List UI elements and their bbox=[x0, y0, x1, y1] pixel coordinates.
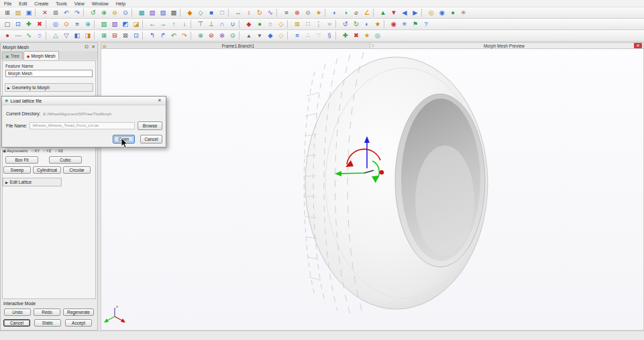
angle-icon[interactable]: ∠ bbox=[362, 8, 372, 17]
toolbar-separator[interactable] bbox=[191, 20, 195, 28]
remove-icon[interactable]: ⊗ bbox=[292, 8, 303, 17]
section-view-icon[interactable]: ◐ bbox=[329, 8, 340, 17]
row-delete-icon[interactable]: ⊟ bbox=[109, 31, 120, 40]
frame-tab[interactable]: ▤ Frame1.Branch1 bbox=[101, 42, 370, 49]
spline-icon[interactable]: ∿ bbox=[23, 31, 34, 40]
pin-icon[interactable]: ◉ bbox=[388, 19, 399, 29]
roll-forward-icon[interactable]: ↷ bbox=[179, 31, 190, 40]
toolbar-separator[interactable] bbox=[191, 32, 195, 40]
menu-item[interactable]: Help bbox=[116, 1, 125, 6]
feature-name-input[interactable]: Morph Mesh bbox=[5, 70, 93, 77]
bottom-view-icon[interactable]: ⊥ bbox=[206, 19, 217, 29]
toolbar-separator[interactable] bbox=[239, 20, 243, 28]
toolbar-separator[interactable] bbox=[239, 32, 243, 40]
new-icon[interactable]: ⊞ bbox=[2, 8, 13, 17]
toolbar-separator[interactable] bbox=[287, 32, 291, 40]
regenerate-icon[interactable]: ↻ bbox=[351, 19, 362, 29]
dialog-cancel-button[interactable]: Cancel bbox=[140, 135, 162, 144]
favorite-icon[interactable]: ★ bbox=[313, 8, 324, 17]
intersect-icon[interactable]: ∩ bbox=[217, 19, 227, 29]
geometry-to-morph-section[interactable]: ▶ Geometry to Morph bbox=[5, 83, 93, 92]
back-icon[interactable]: ◀ bbox=[399, 8, 410, 17]
nudge-down-icon[interactable]: ▾ bbox=[254, 31, 265, 40]
cross-tool-icon[interactable]: ✖ bbox=[351, 31, 362, 40]
browse-button[interactable]: Browse bbox=[138, 121, 162, 130]
lamp-icon[interactable]: ◎ bbox=[426, 8, 437, 17]
anchor-icon[interactable]: ✳ bbox=[399, 19, 410, 29]
render-icon[interactable]: ● bbox=[447, 8, 458, 17]
refresh-icon[interactable]: ↺ bbox=[88, 8, 99, 17]
diameter-icon[interactable]: ⌀ bbox=[351, 8, 362, 17]
cell-icon[interactable]: ⊡ bbox=[131, 31, 142, 40]
union-icon[interactable]: ∪ bbox=[227, 19, 238, 29]
tab-morph-mesh[interactable]: ◆ Morph Mesh bbox=[23, 51, 59, 60]
toolbar-separator[interactable] bbox=[276, 9, 280, 17]
stack-icon[interactable]: ≡ bbox=[292, 31, 303, 40]
static-button[interactable]: Static bbox=[34, 319, 61, 327]
hidden-line-icon[interactable]: ▩ bbox=[168, 8, 179, 17]
file-name-input[interactable]: Wheels_Wheels_Tread_Front_LH.lat bbox=[30, 122, 135, 129]
half-left-icon[interactable]: ◧ bbox=[72, 31, 83, 40]
menu-item[interactable]: File bbox=[4, 1, 11, 6]
settings-icon[interactable]: ✳ bbox=[458, 8, 469, 17]
more-icon[interactable]: ⋮ bbox=[313, 19, 324, 29]
menu-item[interactable]: Window bbox=[92, 1, 109, 6]
prev-icon[interactable]: ← bbox=[147, 19, 158, 29]
plus-tool-icon[interactable]: ✚ bbox=[340, 31, 351, 40]
menu-item[interactable]: View bbox=[74, 1, 85, 6]
section-mark-icon[interactable]: § bbox=[324, 31, 335, 40]
rotate-icon[interactable]: ↻ bbox=[254, 8, 265, 17]
layers-icon[interactable]: ≡ bbox=[72, 19, 83, 29]
lattice-button[interactable]: Circular bbox=[63, 166, 91, 174]
toolbar-separator[interactable] bbox=[384, 20, 388, 28]
half-right-icon[interactable]: ◨ bbox=[83, 31, 93, 40]
stretch-icon[interactable]: ↕ bbox=[244, 8, 254, 17]
nudge-up-icon[interactable]: ▴ bbox=[244, 31, 254, 40]
marker-icon[interactable]: ◇ bbox=[276, 19, 286, 29]
radio-axis-option[interactable]: ○ XZ bbox=[55, 149, 63, 153]
dialog-close-icon[interactable]: ✕ bbox=[156, 98, 163, 103]
select-icon[interactable]: ▢ bbox=[2, 19, 13, 29]
raise-icon[interactable]: ↑ bbox=[168, 19, 179, 29]
wireframe-icon[interactable]: ▨ bbox=[158, 8, 168, 17]
gather-icon[interactable]: ∵ bbox=[313, 31, 324, 40]
radio-axis-option[interactable]: ○ YZ bbox=[43, 149, 51, 153]
toolbar-separator[interactable] bbox=[131, 9, 136, 17]
menu-item[interactable]: Create bbox=[34, 1, 48, 6]
next-icon[interactable]: → bbox=[158, 19, 168, 29]
list-icon[interactable]: ≡ bbox=[281, 8, 292, 17]
surface-icon[interactable]: ◇ bbox=[195, 8, 206, 17]
toolbar-separator[interactable] bbox=[94, 20, 98, 28]
toolbar-separator[interactable] bbox=[142, 32, 146, 40]
triangle-icon[interactable]: △ bbox=[50, 31, 61, 40]
branch-right-icon[interactable]: ↱ bbox=[158, 31, 168, 40]
panel-close-icon[interactable]: ✕ bbox=[91, 44, 95, 50]
inverted-triangle-icon[interactable]: ▽ bbox=[61, 31, 72, 40]
toolbar-separator[interactable] bbox=[287, 20, 291, 28]
snap-icon[interactable]: ⊙ bbox=[61, 19, 72, 29]
menu-item[interactable]: Tools bbox=[56, 1, 66, 6]
merge-icon[interactable]: ⊕ bbox=[83, 19, 93, 29]
branch-left-icon[interactable]: ↰ bbox=[147, 31, 158, 40]
3d-canvas[interactable]: z bbox=[101, 49, 644, 331]
mesh-icon[interactable]: ▦ bbox=[136, 8, 147, 17]
keypoint-icon[interactable]: ◆ bbox=[244, 19, 254, 29]
replay-icon[interactable]: ↺ bbox=[340, 19, 351, 29]
box-select-icon[interactable]: ⊡ bbox=[13, 19, 23, 29]
fill-icon[interactable]: ▧ bbox=[99, 19, 109, 29]
fit-button[interactable]: Cubic bbox=[49, 156, 82, 164]
line-icon[interactable]: — bbox=[13, 31, 23, 40]
zoom-fit-icon[interactable]: ⊙ bbox=[120, 8, 131, 17]
insert-icon[interactable]: ⊕ bbox=[195, 31, 206, 40]
preview-close-icon[interactable]: ✕ bbox=[634, 43, 642, 48]
history-button[interactable]: Regenerate bbox=[63, 308, 94, 316]
move-up-icon[interactable]: ▲ bbox=[378, 8, 388, 17]
zoom-in-icon[interactable]: ⊕ bbox=[99, 8, 109, 17]
entity-icon[interactable]: ◆ bbox=[184, 8, 195, 17]
node-icon[interactable]: ● bbox=[254, 19, 265, 29]
toolbar-separator[interactable] bbox=[325, 9, 329, 17]
zoom-out-icon[interactable]: ⊖ bbox=[109, 8, 120, 17]
star-tool-icon[interactable]: ★ bbox=[362, 31, 372, 40]
toolbar-separator[interactable] bbox=[335, 20, 339, 28]
hatch-icon[interactable]: ▨ bbox=[109, 19, 120, 29]
